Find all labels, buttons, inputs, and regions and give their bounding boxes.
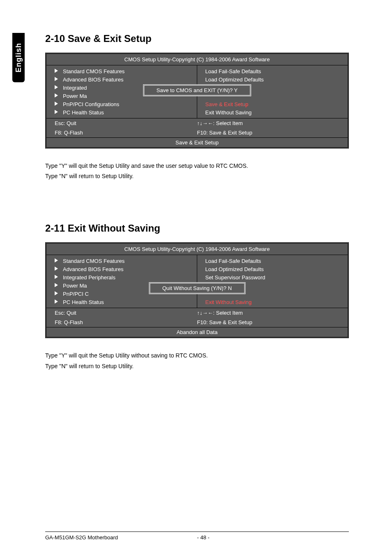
bios-bottom-bar: Save & Exit Setup (46, 137, 348, 147)
bios-item-save-exit[interactable]: Save & Exit Setup (197, 100, 348, 108)
bios-footer-esc: Esc: Quit (55, 120, 197, 126)
bios-item-standard-cmos[interactable]: Standard CMOS Features (46, 67, 197, 75)
bios-right-column: Load Fail-Safe Defaults Load Optimized D… (197, 255, 348, 308)
bios-item-standard-cmos[interactable]: Standard CMOS Features (46, 257, 197, 265)
bios-dialog-save[interactable]: Save to CMOS and EXIT (Y/N)? Y (143, 84, 251, 96)
bios-footer-row-2: F8: Q-Flash F10: Save & Exit Setup (46, 128, 348, 137)
bios-item-pnp-pci[interactable]: PnP/PCI Configurations (46, 100, 197, 108)
bios-title: CMOS Setup Utility-Copyright (C) 1984-20… (46, 54, 348, 65)
bios-item-label: Advanced BIOS Features (63, 266, 123, 272)
svg-marker-5 (55, 110, 58, 114)
svg-marker-7 (55, 267, 58, 271)
bios-footer-qflash: F8: Q-Flash (55, 319, 197, 325)
svg-marker-10 (55, 291, 58, 295)
bios-item-exit-no-save[interactable]: Exit Without Saving (197, 298, 348, 306)
triangle-right-icon (55, 93, 58, 98)
svg-marker-2 (55, 85, 58, 89)
svg-marker-3 (55, 93, 58, 97)
bios-item-label: Integrated Peripherals (63, 274, 115, 281)
bios-item-label: Exit Without Saving (205, 299, 252, 305)
bios-footer-esc: Esc: Quit (55, 310, 197, 316)
bios-item-pc-health[interactable]: PC Health Status (46, 108, 197, 116)
bios-item-optimized[interactable]: Load Optimized Defaults (197, 265, 348, 273)
section-heading-exit-no-save: 2-11 Exit Without Saving (45, 223, 349, 234)
desc-line: Type "N" will return to Setup Utility. (45, 171, 349, 181)
triangle-right-icon (55, 275, 58, 280)
bios-left-column: Standard CMOS Features Advanced BIOS Fea… (46, 255, 197, 308)
desc-line: Type "Y" will quit the Setup Utility wit… (45, 350, 349, 361)
bios-item-integrated[interactable]: Integrated Peripherals (46, 273, 197, 281)
triangle-right-icon (55, 110, 58, 115)
bios-footer-row-2: F8: Q-Flash F10: Save & Exit Setup (46, 318, 348, 327)
bios-footer-f10: F10: Save & Exit Setup (197, 130, 340, 136)
bios-item-label: Save & Exit Setup (205, 101, 249, 107)
triangle-right-icon (55, 77, 58, 82)
bios-footer-select: ↑↓→←: Select Item (197, 310, 340, 316)
triangle-right-icon (55, 258, 58, 263)
bios-item-failsafe[interactable]: Load Fail-Safe Defaults (197, 67, 348, 75)
bios-item-label: Standard CMOS Features (63, 258, 125, 264)
triangle-right-icon (55, 283, 58, 288)
bios-item-advanced-bios[interactable]: Advanced BIOS Features (46, 265, 197, 273)
triangle-right-icon (55, 102, 58, 107)
triangle-right-icon (55, 85, 58, 90)
bios-item-label: Load Fail-Safe Defaults (205, 68, 261, 74)
bios-item-label: PnP/PCI Configurations (63, 101, 119, 107)
desc-line: Type "N" will return to Setup Utility. (45, 361, 349, 371)
svg-marker-1 (55, 77, 58, 81)
bios-item-label: PC Health Status (63, 299, 104, 305)
bios-title: CMOS Setup Utility-Copyright (C) 1984-20… (46, 244, 348, 255)
bios-item-label: Load Optimized Defaults (205, 77, 264, 83)
bios-item-label: Exit Without Saving (205, 109, 252, 116)
bios-item-label: Integrated (63, 85, 87, 91)
footer-page-number: - 48 - (197, 534, 258, 541)
language-tab: English (12, 33, 25, 82)
bios-bottom-bar: Abandon all Data (46, 327, 348, 337)
bios-footer-row-1: Esc: Quit ↑↓→←: Select Item (46, 118, 348, 128)
bios-footer-f10: F10: Save & Exit Setup (197, 319, 340, 325)
bios-item-label: Standard CMOS Features (63, 68, 125, 74)
bios-item-exit-no-save[interactable]: Exit Without Saving (197, 108, 348, 116)
footer-product: GA-M51GM-S2G Motherboard (45, 534, 197, 541)
description-save-exit: Type "Y" will quit the Setup Utility and… (45, 161, 349, 181)
bios-item-failsafe[interactable]: Load Fail-Safe Defaults (197, 257, 348, 265)
bios-item-label: Advanced BIOS Features (63, 77, 123, 83)
bios-box-exit-no-save: CMOS Setup Utility-Copyright (C) 1984-20… (45, 242, 349, 338)
bios-box-save-exit: CMOS Setup Utility-Copyright (C) 1984-20… (45, 53, 349, 149)
triangle-right-icon (55, 267, 58, 272)
triangle-right-icon (55, 69, 58, 74)
section-heading-save-exit: 2-10 Save & Exit Setup (45, 33, 349, 44)
svg-marker-8 (55, 275, 58, 279)
triangle-right-icon (55, 291, 58, 296)
bios-footer-qflash: F8: Q-Flash (55, 130, 197, 136)
bios-item-advanced-bios[interactable]: Advanced BIOS Features (46, 75, 197, 84)
bios-columns: Standard CMOS Features Advanced BIOS Fea… (46, 65, 348, 118)
bios-item-optimized[interactable]: Load Optimized Defaults (197, 75, 348, 84)
bios-item-supervisor-pw[interactable]: Set Supervisor Password (197, 273, 348, 281)
svg-marker-11 (55, 299, 58, 304)
page-content: 2-10 Save & Exit Setup CMOS Setup Utilit… (45, 33, 349, 371)
svg-marker-6 (55, 258, 58, 262)
bios-item-label: Set Supervisor Password (205, 274, 265, 281)
svg-marker-4 (55, 102, 58, 106)
bios-item-label: Power Ma (63, 283, 87, 289)
language-label: English (14, 43, 23, 72)
bios-footer-select: ↑↓→←: Select Item (197, 120, 340, 126)
bios-item-label: Load Optimized Defaults (205, 266, 264, 272)
bios-item-pc-health[interactable]: PC Health Status (46, 298, 197, 306)
bios-item-label: PnP/PCI C (63, 291, 89, 297)
desc-line: Type "Y" will quit the Setup Utility and… (45, 161, 349, 171)
bios-item-label: Load Fail-Safe Defaults (205, 258, 261, 264)
bios-item-label: PC Health Status (63, 109, 104, 116)
bios-footer-row-1: Esc: Quit ↑↓→←: Select Item (46, 308, 348, 318)
triangle-right-icon (55, 299, 58, 304)
bios-columns: Standard CMOS Features Advanced BIOS Fea… (46, 255, 348, 308)
bios-item-label: Power Ma (63, 93, 87, 99)
svg-marker-9 (55, 283, 58, 287)
bios-dialog-quit[interactable]: Quit Without Saving (Y/N)? N (149, 282, 245, 294)
page-footer: GA-M51GM-S2G Motherboard - 48 - (45, 531, 349, 541)
description-exit-no-save: Type "Y" will quit the Setup Utility wit… (45, 350, 349, 371)
svg-marker-0 (55, 69, 58, 73)
